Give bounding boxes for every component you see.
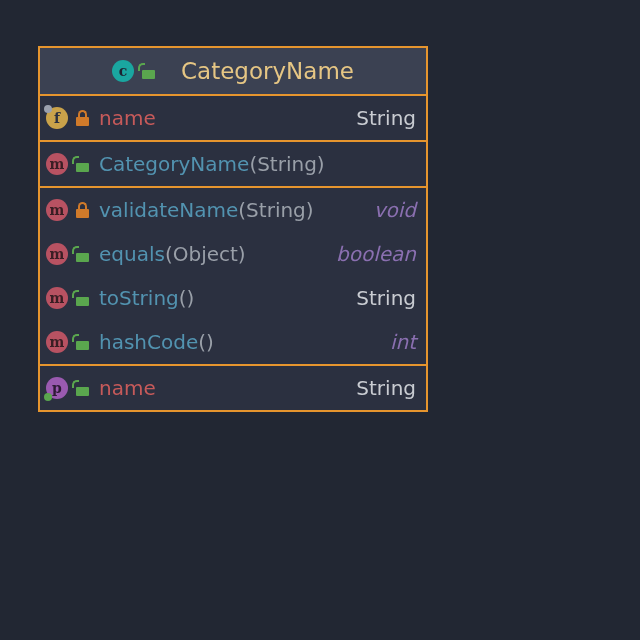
method-return-type: String [356,286,416,310]
method-badge-icon: m [46,153,68,175]
properties-section: p name String [40,364,426,410]
method-badge-icon: m [46,287,68,309]
class-name: CategoryName [181,58,354,84]
field-badge-icon: f [46,107,68,129]
method-badge-icon: m [46,331,68,353]
method-badge-icon: m [46,243,68,265]
method-row[interactable]: m validateName(String) void [40,188,426,232]
lock-icon [76,110,89,126]
class-diagram-card: c CategoryName f name String m CategoryN… [38,46,428,412]
class-header: c CategoryName [40,48,426,96]
method-signature: toString() [99,286,194,310]
field-type: String [356,106,416,130]
property-name: name [99,376,156,400]
method-return-type: boolean [336,242,416,266]
property-badge-icon: p [46,377,68,399]
class-kind-icon: c [112,60,134,82]
class-header-icons: c [112,60,165,82]
constructor-row[interactable]: m CategoryName(String) [40,142,426,186]
method-signature: hashCode() [99,330,214,354]
open-lock-icon [76,290,89,306]
method-return-type: int [390,330,416,354]
open-lock-icon [142,63,155,79]
open-lock-icon [76,380,89,396]
property-row[interactable]: p name String [40,366,426,410]
method-row[interactable]: m toString() String [40,276,426,320]
decorator-dot-icon [44,393,52,401]
open-lock-icon [76,246,89,262]
field-row[interactable]: f name String [40,96,426,140]
field-name: name [99,106,156,130]
property-type: String [356,376,416,400]
open-lock-icon [76,334,89,350]
method-row[interactable]: m equals(Object) boolean [40,232,426,276]
method-signature: equals(Object) [99,242,246,266]
fields-section: f name String [40,96,426,140]
open-lock-icon [76,156,89,172]
method-badge-icon: m [46,199,68,221]
decorator-dot-icon [44,105,52,113]
method-return-type: void [374,198,416,222]
method-row[interactable]: m hashCode() int [40,320,426,364]
constructor-signature: CategoryName(String) [99,152,325,176]
method-signature: validateName(String) [99,198,314,222]
lock-icon [76,202,89,218]
methods-section: m validateName(String) void m equals(Obj… [40,186,426,364]
constructors-section: m CategoryName(String) [40,140,426,186]
